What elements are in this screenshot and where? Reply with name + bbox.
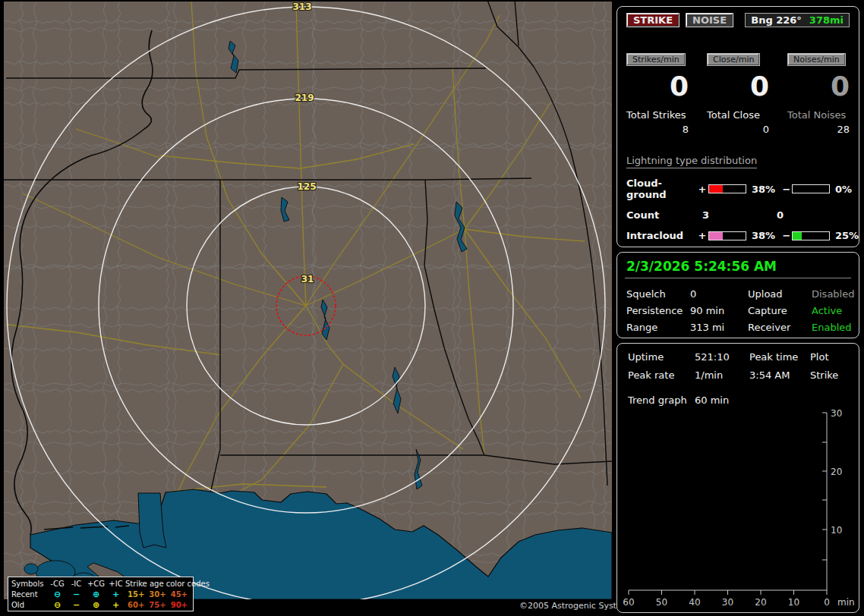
ring-label-313: 313 [292,2,311,12]
age-90: 90+ [169,601,190,609]
total-noises-value: 28 [787,124,850,135]
total-close-value: 0 [707,124,769,135]
cg-negative-bar [792,184,830,193]
neg-cg-recent-icon: ⊖ [48,590,67,599]
svg-text:40: 40 [689,597,700,608]
legend-age-header: Strike age color codes [125,580,210,588]
close-per-min-chip: Close/min [707,53,760,66]
age-60: 60+ [125,601,147,609]
bearing-badge: Bng 226°378mi [745,13,850,27]
noise-toggle-button[interactable]: NOISE [686,13,733,27]
svg-text:30: 30 [722,597,733,608]
squelch-value: 0 [690,288,748,300]
noises-rate-column: Noises/min 0 Total Noises 28 [787,53,850,135]
total-close-label: Total Close [707,109,769,121]
strikes-rate-column: Strikes/min 0 Total Strikes 8 [626,53,689,135]
strikes-rate-value: 0 [626,71,689,102]
noises-rate-value: 0 [787,71,850,102]
svg-text:20: 20 [755,597,766,608]
legend-recent-label: Recent [11,590,48,599]
cg-positive-count: 3 [702,209,777,221]
upload-label: Upload [748,288,812,300]
receiver-status: Enabled [812,322,854,333]
svg-text:50: 50 [656,597,667,608]
pos-ic-recent-icon: + [106,590,125,599]
neg-ic-recent-icon: − [67,590,86,599]
legend-col-pos-cg: +CG [86,580,106,588]
legend-old-label: Old [11,601,48,609]
age-45: 45+ [169,590,190,599]
svg-text:20: 20 [831,467,842,477]
svg-text:0: 0 [824,597,830,608]
persistence-label: Persistence [626,305,690,316]
map-canvas: 313 219 125 31 [4,2,612,599]
lightning-map[interactable]: 313 219 125 31 [4,2,612,599]
persistence-value: 90 min [690,305,748,316]
squelch-label: Squelch [626,288,690,300]
minus-sign: − [781,230,792,241]
age-15: 15+ [125,590,147,599]
age-30: 30+ [147,590,168,599]
ring-label-125: 125 [297,181,316,192]
bearing-label: Bng 226° [751,14,802,26]
neg-ic-old-icon: − [67,601,86,609]
ic-positive-pct: 38% [748,230,781,241]
capture-label: Capture [748,305,812,316]
strikes-per-min-chip: Strikes/min [626,53,686,66]
close-rate-column: Close/min 0 Total Close 0 [707,53,769,135]
app-window: 313 219 125 31 Symbols -CG -IC +CG +IC S… [0,0,864,616]
legend-col-pos-ic: +IC [106,580,125,588]
receiver-label: Receiver [748,322,812,333]
legend-symbols-header: Symbols [11,580,48,588]
counts-panel: STRIKE NOISE Bng 226°378mi Strikes/min 0… [616,6,859,247]
ring-label-219: 219 [295,93,314,103]
ic-positive-bar [708,231,746,240]
cloud-ground-count-row: Count 3 0 [626,209,850,221]
intracloud-label: Intracloud [626,230,696,241]
total-noises-label: Total Noises [787,109,850,121]
svg-text:10: 10 [788,597,799,608]
close-rate-value: 0 [707,71,769,102]
noises-per-min-chip: Noises/min [787,53,846,66]
pos-ic-old-icon: + [106,601,125,609]
upload-status: Disabled [812,288,854,300]
range-label: Range [626,322,690,333]
trend-axes [629,413,827,595]
trend-axis-labels: 30 20 10 60 50 40 30 20 10 0 min [623,408,854,608]
cloud-ground-row: Cloud-ground + 38% − 0% [626,178,850,200]
plus-sign: + [696,184,708,195]
intracloud-row: Intracloud + 38% − 25% [626,230,850,241]
cg-negative-count: 0 [777,209,850,221]
svg-text:30: 30 [831,408,842,419]
neg-cg-old-icon: ⊖ [48,601,67,609]
ring-label-31: 31 [301,274,314,284]
trend-graph: 30 20 10 60 50 40 30 20 10 0 min [617,344,859,612]
legend-col-neg-cg: -CG [48,580,67,588]
minus-sign: − [781,184,792,195]
age-75: 75+ [147,601,168,609]
strike-toggle-button[interactable]: STRIKE [626,13,680,27]
ic-negative-bar [792,231,830,240]
capture-status: Active [812,305,854,316]
total-strikes-label: Total Strikes [626,109,689,121]
legend-col-neg-ic: -IC [67,580,86,588]
cg-count-label: Count [626,209,702,221]
trend-panel: Uptime 521:10 Peak time Plot Peak rate 1… [616,343,859,613]
range-value: 313 mi [690,322,748,333]
bearing-range: 378mi [809,14,844,26]
distribution-title: Lightning type distribution [626,155,757,168]
svg-text:60: 60 [623,597,634,608]
plus-sign: + [696,230,708,241]
cg-negative-pct: 0% [831,184,852,195]
cg-positive-pct: 38% [748,184,781,195]
svg-text:10: 10 [831,525,842,536]
pos-cg-old-icon: ⊕ [86,601,106,609]
status-panel: 2/3/2026 5:24:56 AM Squelch 0 Upload Dis… [616,252,859,338]
svg-text:min: min [837,597,855,608]
datetime-display: 2/3/2026 5:24:56 AM [625,257,851,278]
cloud-ground-label: Cloud-ground [626,178,696,200]
cg-positive-bar [708,184,746,193]
ic-negative-pct: 25% [831,230,859,241]
total-strikes-value: 8 [626,124,689,135]
symbol-legend: Symbols -CG -IC +CG +IC Strike age color… [8,577,194,611]
